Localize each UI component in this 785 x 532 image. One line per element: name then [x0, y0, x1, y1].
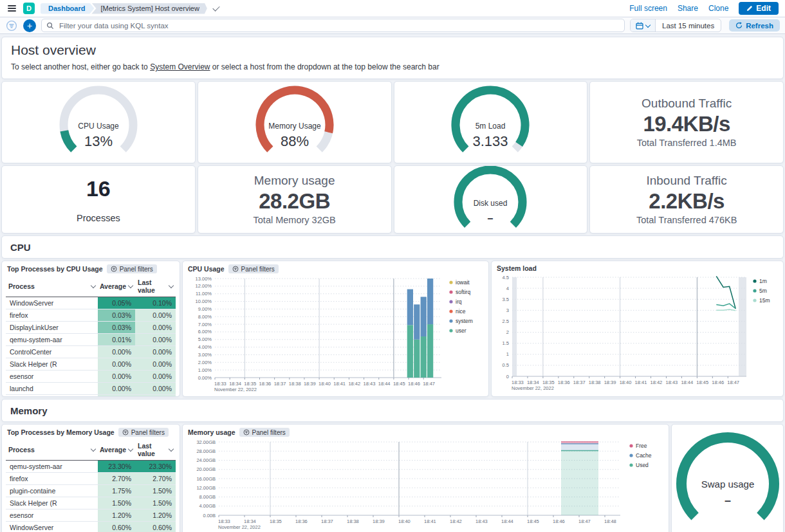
svg-text:Swap usage: Swap usage	[701, 479, 754, 490]
pencil-icon	[746, 5, 753, 12]
svg-text:18:36: 18:36	[295, 518, 308, 524]
panel-filters-badge[interactable]: Panel filters	[118, 428, 169, 437]
svg-text:88%: 88%	[281, 133, 309, 149]
svg-text:Disk used: Disk used	[474, 199, 508, 208]
fullscreen-link[interactable]: Full screen	[629, 4, 667, 13]
panel-filters-badge[interactable]: Panel filters	[228, 264, 279, 273]
legend-item[interactable]: Cache	[629, 452, 651, 459]
svg-text:18:36: 18:36	[558, 380, 570, 385]
column-header-process[interactable]: Process	[6, 439, 98, 461]
kql-search-bar[interactable]	[41, 19, 625, 32]
svg-text:18:45: 18:45	[393, 381, 405, 387]
legend-item[interactable]: irq	[449, 298, 461, 305]
metric-subtitle: Total Transferred 1.4MB	[637, 138, 737, 148]
last-value-cell: 0.00%	[135, 358, 176, 371]
metric-title: Inbound Traffic	[646, 174, 726, 188]
panel-filters-badge[interactable]: Panel filters	[239, 428, 290, 437]
last-value-cell: 0.00%	[135, 395, 176, 398]
sort-icon	[128, 283, 133, 288]
column-header-last-value[interactable]: Last value	[135, 439, 176, 461]
svg-text:12.00GB: 12.00GB	[196, 485, 216, 491]
legend-item[interactable]: user	[449, 327, 466, 334]
svg-text:18:44: 18:44	[681, 380, 693, 385]
legend-item[interactable]: iowait	[449, 279, 470, 286]
svg-text:18:37: 18:37	[321, 518, 333, 524]
calendar-dropdown[interactable]	[631, 19, 656, 32]
memory-usage-chart: 32.00GB28.00GB24.00GB20.00GB16.00GB12.00…	[183, 438, 669, 532]
process-name-cell: esensor	[6, 371, 98, 383]
panel-filters-badge[interactable]: Panel filters	[107, 264, 157, 273]
svg-text:32.00GB: 32.00GB	[196, 439, 216, 445]
breadcrumb-dashboard[interactable]: Dashboard	[41, 3, 94, 14]
legend-item[interactable]: softirq	[449, 289, 470, 295]
svg-text:18:39: 18:39	[304, 381, 316, 387]
svg-text:5.00%: 5.00%	[198, 336, 212, 342]
metric-value: 28.2GB	[259, 189, 330, 214]
time-range-label[interactable]: Last 15 minutes	[656, 22, 721, 30]
legend-item[interactable]: nice	[449, 308, 465, 315]
svg-text:18:43: 18:43	[364, 381, 376, 387]
column-header-process[interactable]: Process	[6, 276, 98, 297]
process-count-label: Processes	[77, 213, 120, 223]
legend-item[interactable]: 5m	[753, 288, 766, 294]
space-avatar[interactable]: D	[23, 3, 35, 14]
svg-text:3.5: 3.5	[503, 297, 509, 302]
average-cell: 0.00%	[98, 371, 135, 383]
svg-text:18:34: 18:34	[244, 518, 256, 524]
average-cell: 1.20%	[98, 509, 135, 522]
memory-usage-chart-panel: Memory usage Panel filters 32.00GB28.00G…	[182, 424, 669, 532]
time-picker: Last 15 minutes	[630, 19, 721, 32]
share-link[interactable]: Share	[678, 4, 698, 13]
last-value-cell: 0.00%	[135, 346, 176, 358]
svg-text:6.00%: 6.00%	[198, 329, 212, 335]
swap-usage-gauge: Swap usage–	[671, 431, 784, 530]
panel-title: Top Processes by Memory Usage	[7, 428, 115, 436]
system-load-chart: 4.543.532.521.510.5018:3318:3418:3518:36…	[492, 273, 783, 396]
svg-text:18:38: 18:38	[289, 381, 301, 387]
menu-icon[interactable]	[6, 4, 17, 13]
svg-text:iowait: iowait	[456, 279, 470, 286]
process-name-cell: firefox	[6, 473, 98, 485]
column-header-last-value[interactable]: Last value	[135, 276, 176, 297]
svg-text:7.00%: 7.00%	[198, 322, 212, 327]
clone-link[interactable]: Clone	[708, 4, 728, 13]
svg-text:user: user	[456, 327, 466, 334]
outbound-traffic-panel: Outbound Traffic 19.4KB/s Total Transfer…	[589, 81, 784, 163]
system-load-chart-panel: System load 4.543.532.521.510.5018:3318:…	[491, 261, 784, 397]
check-icon	[212, 4, 219, 11]
column-header-average[interactable]: Average	[98, 276, 135, 297]
svg-text:Free: Free	[636, 443, 647, 449]
edit-button[interactable]: Edit	[739, 2, 779, 15]
app-header: D Dashboard [Metrics System] Host overvi…	[0, 0, 785, 17]
svg-text:9.00%: 9.00%	[198, 306, 212, 312]
column-header-average[interactable]: Average	[98, 439, 135, 461]
refresh-button[interactable]: Refresh	[729, 19, 780, 32]
memory-usage-metric-panel: Memory usage 28.2GB Total Memory 32GB	[198, 165, 392, 234]
cpu-processes-table: Process Average Last value WindowServer0…	[6, 276, 176, 397]
saved-query-icon[interactable]	[5, 19, 18, 32]
svg-text:18:46: 18:46	[712, 380, 724, 385]
legend-item[interactable]: 15m	[753, 297, 770, 304]
process-name-cell: WindowServer	[6, 522, 98, 532]
table-row: plugin-containe1.75%1.50%	[6, 485, 176, 497]
svg-text:18:35: 18:35	[270, 518, 282, 524]
top-processes-memory-panel: Top Processes by Memory Usage Panel filt…	[1, 424, 180, 532]
process-name-cell: DisplayLinkUser	[6, 322, 98, 334]
svg-text:softirq: softirq	[456, 289, 470, 295]
svg-text:15m: 15m	[759, 297, 770, 304]
5m-load-gauge: 5m Load3.133	[432, 84, 548, 161]
svg-text:18:42: 18:42	[651, 380, 663, 385]
legend-item[interactable]: Used	[629, 462, 649, 468]
inbound-traffic-panel: Inbound Traffic 2.2KB/s Total Transferre…	[589, 165, 784, 234]
system-overview-link[interactable]: System Overview	[150, 62, 210, 71]
add-filter-button[interactable]: +	[23, 19, 36, 32]
search-input[interactable]	[58, 21, 620, 30]
memory-processes-table: Process Average Last value qemu-system-a…	[6, 439, 176, 532]
legend-item[interactable]: Free	[629, 443, 647, 449]
legend-item[interactable]: system	[449, 318, 473, 324]
svg-text:November 22, 2022: November 22, 2022	[218, 524, 261, 530]
cpu-usage-gauge: CPU Usage13%	[41, 84, 156, 161]
legend-item[interactable]: 1m	[753, 278, 766, 284]
breadcrumb-current[interactable]: [Metrics System] Host overview	[91, 3, 207, 14]
svg-text:nice: nice	[456, 308, 466, 315]
